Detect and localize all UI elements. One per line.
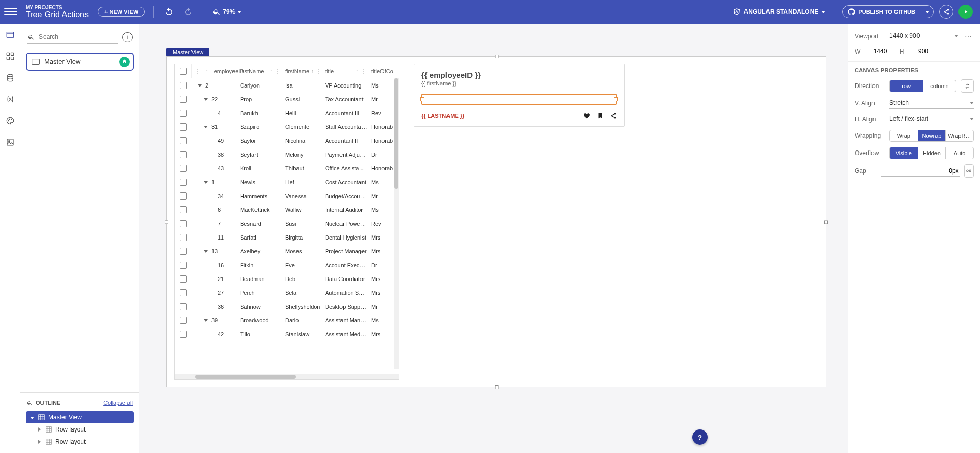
table-row[interactable]: 49SaylorNicolinaAccountant IIHonorab <box>175 134 399 147</box>
table-row[interactable]: 27PerchSelaAutomation Spec…Mrs <box>175 286 399 299</box>
table-row[interactable]: 11SarfatiBirgittaDental HygienistMrs <box>175 230 399 244</box>
table-row[interactable]: 38SeyfartMelonyPayment Adjust…Dr <box>175 147 399 161</box>
collapse-all-link[interactable]: Collapse all <box>103 400 133 406</box>
rail-data-icon[interactable] <box>4 72 16 84</box>
undo-button[interactable] <box>162 5 176 19</box>
checkbox-icon[interactable] <box>180 317 187 324</box>
checkbox-icon[interactable] <box>180 68 187 75</box>
expand-toggle[interactable] <box>203 124 208 130</box>
direction-column[interactable]: column <box>923 80 956 92</box>
overflow-hidden[interactable]: Hidden <box>918 147 946 159</box>
outline-item-row-layout-2[interactable]: Row layout <box>26 436 134 448</box>
framework-selector[interactable]: ANGULAR STANDALONE <box>733 8 826 16</box>
header-title[interactable]: title↑⋮ <box>323 64 369 78</box>
checkbox-icon[interactable] <box>180 275 187 283</box>
checkbox-icon[interactable] <box>180 179 187 186</box>
overflow-visible[interactable]: Visible <box>890 147 918 159</box>
help-button[interactable]: ? <box>692 429 708 445</box>
wrap-option[interactable]: Wrap <box>890 130 918 141</box>
checkbox-icon[interactable] <box>180 303 187 310</box>
checkbox-icon[interactable] <box>180 248 187 255</box>
nowrap-option[interactable]: Nowrap <box>918 130 946 141</box>
canvas-frame[interactable]: ⋮ ↑ employeeID lastName↑⋮ firstName↑⋮ ti… <box>166 56 826 387</box>
checkbox-icon[interactable] <box>180 82 187 89</box>
tree-grid[interactable]: ⋮ ↑ employeeID lastName↑⋮ firstName↑⋮ ti… <box>174 64 399 380</box>
scrollbar-thumb[interactable] <box>394 78 398 189</box>
expand-toggle[interactable] <box>203 249 208 254</box>
checkbox-icon[interactable] <box>180 262 187 269</box>
checkbox-icon[interactable] <box>180 151 187 158</box>
column-menu-icon[interactable]: ⋮ <box>360 68 367 75</box>
sort-asc-icon[interactable]: ↑ <box>206 69 208 74</box>
resize-handle-south[interactable] <box>495 385 498 389</box>
checkbox-icon[interactable] <box>180 220 187 227</box>
search-input[interactable] <box>38 33 117 41</box>
table-row[interactable]: 4BarukhHelliAccountant IIIRev <box>175 106 399 120</box>
add-view-button[interactable]: + <box>122 32 133 42</box>
rail-views-icon[interactable] <box>4 29 16 41</box>
rail-variables-icon[interactable] <box>4 93 16 105</box>
zoom-control[interactable]: 79% <box>212 8 241 16</box>
column-menu-icon[interactable]: ⋮ <box>274 68 281 75</box>
halign-select[interactable]: Left / flex-start <box>889 114 974 124</box>
new-view-button[interactable]: + NEW VIEW <box>98 7 145 17</box>
checkbox-icon[interactable] <box>180 289 187 296</box>
bookmark-icon[interactable] <box>596 112 604 119</box>
table-row[interactable]: 6MacKettrickWalliwInternal AuditorMs <box>175 203 399 217</box>
width-input[interactable] <box>867 47 893 56</box>
breadcrumb-my-projects[interactable]: MY PROJECTS <box>26 5 89 10</box>
checkbox-icon[interactable] <box>180 192 187 200</box>
table-row[interactable]: 36SahnowShellysheldonDesktop Support…Mr <box>175 299 399 313</box>
resize-handle-west[interactable] <box>165 220 168 224</box>
expand-toggle[interactable] <box>203 318 208 323</box>
header-select[interactable] <box>175 64 192 78</box>
header-title-of-courtesy[interactable]: titleOfCo <box>369 64 399 78</box>
outline-item-master-view[interactable]: Master View <box>26 411 134 423</box>
scrollbar-thumb[interactable] <box>195 375 296 379</box>
expand-toggle[interactable] <box>197 83 202 88</box>
table-row[interactable]: 16FitkinEveAccount ExecutiveDr <box>175 258 399 272</box>
sort-asc-icon[interactable]: ↑ <box>311 69 314 74</box>
column-menu-icon[interactable]: ⋮ <box>316 68 322 75</box>
overflow-auto[interactable]: Auto <box>945 147 973 159</box>
redo-button[interactable] <box>181 5 196 19</box>
checkbox-icon[interactable] <box>180 331 187 338</box>
checkbox-icon[interactable] <box>180 110 187 117</box>
table-row[interactable]: 39BroadwoodDarioAssistant ManagerMs <box>175 313 399 327</box>
wrap-reverse-option[interactable]: WrapRe… <box>945 130 973 141</box>
table-row[interactable]: 31SzapiroClementeStaff Accountant …Honor… <box>175 120 399 134</box>
rail-components-icon[interactable] <box>4 50 16 62</box>
resize-handle-north[interactable] <box>495 55 498 58</box>
outline-item-row-layout-1[interactable]: Row layout <box>26 423 134 436</box>
share-icon[interactable] <box>610 112 617 119</box>
expand-toggle[interactable] <box>203 180 208 185</box>
checkbox-icon[interactable] <box>180 137 187 144</box>
sort-asc-icon[interactable]: ↑ <box>356 69 359 74</box>
checkbox-icon[interactable] <box>180 206 187 213</box>
rail-theme-icon[interactable] <box>4 115 16 127</box>
valign-select[interactable]: Stretch <box>889 98 974 109</box>
vertical-scrollbar[interactable] <box>394 78 399 369</box>
gap-input[interactable] <box>881 166 960 177</box>
view-item-master[interactable]: Master View <box>26 53 134 71</box>
table-row[interactable]: 34HammentsVanessaBudget/Accounti…Mr <box>175 189 399 203</box>
sort-asc-icon[interactable]: ↑ <box>270 69 273 74</box>
checkbox-icon[interactable] <box>180 234 187 241</box>
header-first-name[interactable]: firstName↑⋮ <box>283 64 323 78</box>
heart-icon[interactable] <box>583 112 590 119</box>
share-button[interactable] <box>939 5 953 19</box>
header-employee-id[interactable]: ⋮ ↑ employeeID <box>192 64 238 78</box>
table-row[interactable]: 13AxelbeyMosesProject ManagerMrs <box>175 244 399 258</box>
table-row[interactable]: 7BesnardSusiNuclear Power E…Rev <box>175 217 399 230</box>
checkbox-icon[interactable] <box>180 96 187 103</box>
table-row[interactable]: 2CarlyonIsaVP AccountingMs <box>175 78 399 92</box>
publish-button[interactable]: PUBLISH TO GITHUB <box>843 6 921 18</box>
rail-assets-icon[interactable] <box>4 136 16 148</box>
table-row[interactable]: 1NewisLiefCost AccountantMs <box>175 175 399 189</box>
column-menu-icon[interactable]: ⋮ <box>194 68 200 75</box>
publish-dropdown[interactable] <box>921 6 933 18</box>
canvas-area[interactable]: Master View ⋮ ↑ employeeID lastName↑⋮ fi… <box>139 24 848 453</box>
checkbox-icon[interactable] <box>180 165 187 172</box>
table-row[interactable]: 42TilioStanislawAssistant Media …Mrs <box>175 327 399 341</box>
table-row[interactable]: 21DeadmanDebData CoordiatorMrs <box>175 272 399 286</box>
